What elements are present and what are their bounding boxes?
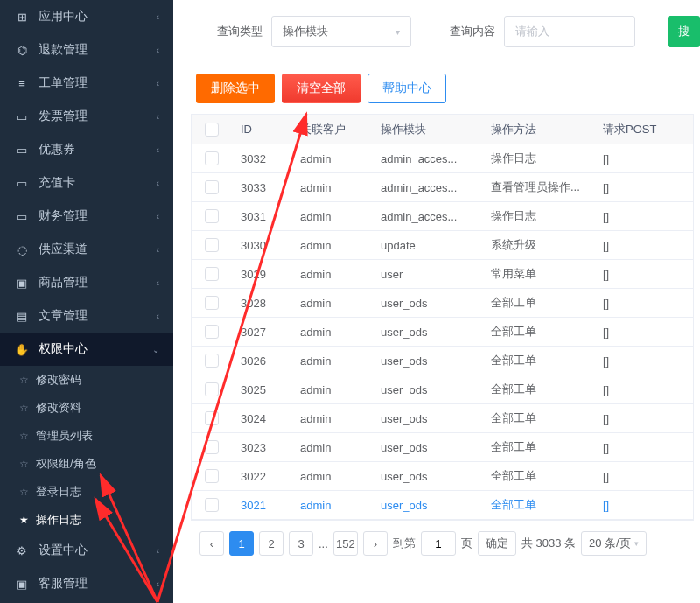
col-id[interactable]: ID: [232, 117, 291, 141]
clear-all-button[interactable]: 清空全部: [282, 74, 360, 103]
col-module[interactable]: 操作模块: [372, 116, 482, 143]
sidebar-item-10[interactable]: ✋权限中心⌄: [0, 333, 173, 366]
table-row[interactable]: 3024adminuser_ods全部工单[]: [192, 404, 693, 433]
log-table: ID 关联客户 操作模块 操作方法 请求POST 3032adminadmin_…: [191, 114, 694, 521]
table-row[interactable]: 3027adminuser_ods全部工单[]: [192, 318, 693, 347]
sidebar-item-11[interactable]: ⚙设置中心‹: [0, 534, 173, 567]
cell-post: []: [594, 263, 690, 286]
filter-content-placeholder: 请输入: [515, 24, 550, 39]
chevron-down-icon: ⌄: [152, 345, 159, 354]
sidebar-icon: ⌬: [14, 42, 30, 58]
sidebar-icon: ▣: [14, 275, 30, 291]
table-row[interactable]: 3025adminuser_ods全部工单[]: [192, 375, 693, 404]
row-checkbox[interactable]: [205, 238, 219, 252]
row-checkbox[interactable]: [205, 440, 219, 454]
cell-method: 查看管理员操作...: [482, 174, 594, 200]
sidebar-item-3[interactable]: ▭发票管理‹: [0, 100, 173, 133]
pager-page-last[interactable]: 152: [333, 531, 358, 556]
sidebar-sub-10-0[interactable]: ☆修改密码: [0, 366, 173, 394]
row-checkbox[interactable]: [205, 180, 219, 194]
row-checkbox[interactable]: [205, 151, 219, 165]
pager: ‹ 1 2 3 ... 152 › 到第 页 确定 共 3033 条 20 条/…: [191, 531, 700, 556]
sidebar-icon: ▭: [14, 109, 30, 124]
cell-module: user_ods: [372, 291, 482, 315]
table-row[interactable]: 3032adminadmin_acces...操作日志[]: [192, 144, 693, 173]
table-row[interactable]: 3030adminupdate系统升级[]: [192, 231, 693, 260]
pager-next-button[interactable]: ›: [363, 531, 388, 556]
sidebar-sub-10-3[interactable]: ☆权限组/角色: [0, 450, 173, 478]
row-checkbox[interactable]: [205, 267, 219, 281]
sidebar-item-8[interactable]: ▣商品管理‹: [0, 266, 173, 299]
sidebar-item-0[interactable]: ⊞应用中心‹: [0, 0, 173, 33]
pager-goto-input[interactable]: [421, 531, 456, 556]
row-checkbox[interactable]: [205, 469, 219, 483]
pager-page-3[interactable]: 3: [289, 531, 313, 556]
delete-selected-button[interactable]: 删除选中: [196, 74, 275, 103]
cell-method: 常用菜单: [482, 261, 594, 287]
table-row[interactable]: 3021adminuser_ods全部工单[]: [192, 491, 693, 520]
cell-id: 3030: [232, 234, 291, 257]
chevron-left-icon: ‹: [157, 278, 159, 288]
sidebar-sub-10-4[interactable]: ☆登录日志: [0, 478, 173, 506]
cell-id: 3029: [232, 263, 291, 286]
table-row[interactable]: 3029adminuser常用菜单[]: [192, 260, 693, 289]
cell-module: user_ods: [372, 349, 482, 373]
chevron-left-icon: ‹: [157, 312, 159, 321]
row-checkbox[interactable]: [205, 325, 219, 339]
sidebar-item-5[interactable]: ▭充值卡‹: [0, 166, 173, 200]
cell-method: 全部工单: [482, 463, 594, 489]
row-checkbox[interactable]: [205, 498, 219, 512]
chevron-left-icon: ‹: [157, 12, 159, 22]
row-checkbox[interactable]: [205, 411, 219, 425]
pager-ellipsis: ...: [318, 537, 328, 550]
sidebar-item-6[interactable]: ▭财务管理‹: [0, 200, 173, 233]
table-row[interactable]: 3028adminuser_ods全部工单[]: [192, 289, 693, 318]
search-button[interactable]: 搜: [668, 16, 700, 47]
pager-perpage-select[interactable]: 20 条/页 ▾: [581, 531, 647, 556]
col-method[interactable]: 操作方法: [482, 116, 594, 143]
pager-page-1[interactable]: 1: [229, 531, 254, 556]
row-checkbox[interactable]: [205, 382, 219, 396]
filter-content-input[interactable]: 请输入: [504, 16, 635, 47]
sidebar-item-4[interactable]: ▭优惠券‹: [0, 133, 173, 166]
star-icon: ☆: [19, 374, 29, 386]
row-checkbox[interactable]: [205, 354, 219, 368]
table-row[interactable]: 3031adminadmin_acces...操作日志[]: [192, 202, 693, 231]
star-icon: ☆: [19, 402, 29, 414]
cell-user: admin: [291, 176, 372, 200]
filter-bar: 查询类型 操作模块 ▾ 查询内容 请输入 搜: [191, 16, 700, 47]
pager-page-2[interactable]: 2: [259, 531, 284, 556]
cell-user: admin: [291, 147, 372, 171]
sidebar-sub-10-2[interactable]: ☆管理员列表: [0, 422, 173, 450]
table-row[interactable]: 3033adminadmin_acces...查看管理员操作...[]: [192, 173, 693, 202]
sidebar-item-12[interactable]: ▣客服管理‹: [0, 567, 173, 600]
sidebar-item-7[interactable]: ◌供应渠道‹: [0, 233, 173, 266]
filter-type-select[interactable]: 操作模块 ▾: [271, 16, 411, 47]
select-all-checkbox[interactable]: [205, 123, 219, 137]
table-row[interactable]: 3026adminuser_ods全部工单[]: [192, 347, 693, 375]
pager-total: 共 3033 条: [522, 536, 576, 551]
pager-prev-button[interactable]: ‹: [200, 531, 224, 556]
sidebar-item-label: 财务管理: [38, 208, 157, 224]
cell-id: 3031: [232, 205, 291, 228]
cell-module: user_ods: [372, 494, 482, 517]
pager-confirm-button[interactable]: 确定: [478, 531, 516, 556]
sidebar-item-2[interactable]: ≡工单管理‹: [0, 67, 173, 100]
cell-method: 全部工单: [482, 347, 594, 374]
col-post[interactable]: 请求POST: [594, 116, 690, 143]
sidebar-item-1[interactable]: ⌬退款管理‹: [0, 33, 173, 67]
col-user[interactable]: 关联客户: [291, 116, 372, 143]
sidebar-sub-10-5[interactable]: ★操作日志: [0, 506, 173, 534]
cell-post: []: [594, 205, 690, 228]
help-center-button[interactable]: 帮助中心: [368, 74, 446, 103]
sidebar-sub-10-1[interactable]: ☆修改资料: [0, 394, 173, 422]
sidebar-item-9[interactable]: ▤文章管理‹: [0, 299, 173, 333]
row-checkbox[interactable]: [205, 209, 219, 223]
sidebar-item-label: 优惠券: [38, 142, 157, 158]
table-row[interactable]: 3023adminuser_ods全部工单[]: [192, 433, 693, 462]
cell-id: 3025: [232, 378, 291, 402]
row-checkbox[interactable]: [205, 296, 219, 310]
table-row[interactable]: 3022adminuser_ods全部工单[]: [192, 462, 693, 491]
star-icon: ★: [19, 514, 29, 526]
cell-id: 3028: [232, 291, 291, 315]
